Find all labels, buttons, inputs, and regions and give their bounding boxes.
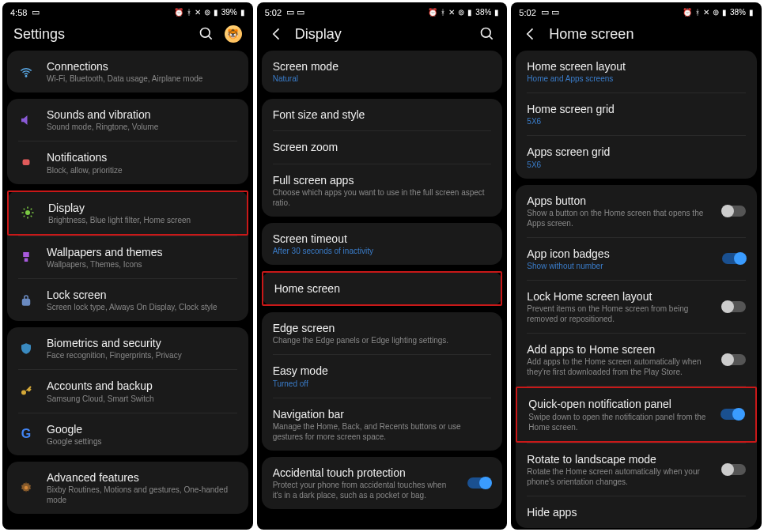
row-title: App icon badges xyxy=(527,247,709,261)
row-sub: Screen lock type, Always On Display, Clo… xyxy=(47,302,237,312)
alarm-icon: ⏰ xyxy=(174,8,183,17)
row-icon-badges[interactable]: App icon badgesShow without number xyxy=(516,238,757,280)
settings-row-connections[interactable]: ConnectionsWi-Fi, Bluetooth, Data usage,… xyxy=(7,51,248,92)
row-apps-grid[interactable]: Apps screen grid5X6 xyxy=(516,136,757,178)
row-rotate-landscape[interactable]: Rotate to landscape modeRotate the Home … xyxy=(516,443,757,496)
wifi-icon: ⊚ xyxy=(713,8,719,17)
bluetooth-icon: ᚼ xyxy=(187,8,191,17)
toggle-accidental-touch[interactable] xyxy=(467,477,491,489)
phone-screen-2: 5:02▭ ▭ ⏰ᚼ✕⊚▮38%▮ Display Screen modeNat… xyxy=(257,2,508,530)
key-icon xyxy=(18,383,34,399)
row-sub: Home and Apps screens xyxy=(527,74,746,84)
settings-row-google[interactable]: G GoogleGoogle settings xyxy=(7,413,248,455)
svg-point-14 xyxy=(21,390,26,394)
row-title: Home screen xyxy=(274,281,490,296)
row-title: Sounds and vibration xyxy=(47,108,237,122)
bluetooth-icon: ᚼ xyxy=(441,8,445,17)
settings-list: ConnectionsWi-Fi, Bluetooth, Data usage,… xyxy=(2,51,253,530)
status-indicators: ⏰ᚼ✕⊚▮38%▮ xyxy=(428,8,499,17)
row-hs-layout[interactable]: Home screen layoutHome and Apps screens xyxy=(516,51,757,92)
row-screen-timeout[interactable]: Screen timeoutAfter 30 seconds of inacti… xyxy=(262,223,503,265)
row-sub: Swipe down to open the notification pane… xyxy=(528,412,708,432)
mute-icon: ✕ xyxy=(195,8,201,17)
row-sub: Samsung Cloud, Smart Switch xyxy=(47,394,237,404)
row-lock-hs-layout[interactable]: Lock Home screen layoutPrevent items on … xyxy=(516,281,757,333)
row-add-apps[interactable]: Add apps to Home screenAdd apps to the H… xyxy=(516,334,757,386)
row-zoom[interactable]: Screen zoom xyxy=(262,131,503,163)
row-home-screen[interactable]: Home screen xyxy=(262,271,503,306)
status-bar: 5:02▭ ▭ ⏰ᚼ✕⊚▮38%▮ xyxy=(257,2,508,19)
row-sub: Manage the Home, Back, and Recents butto… xyxy=(273,421,492,442)
toggle-rotate[interactable] xyxy=(722,464,746,475)
row-title: Screen mode xyxy=(273,59,492,74)
row-font[interactable]: Font size and style xyxy=(262,99,503,130)
row-hide-apps[interactable]: Hide apps xyxy=(516,496,757,528)
svg-line-9 xyxy=(24,209,25,210)
settings-row-sounds[interactable]: Sounds and vibrationSound mode, Ringtone… xyxy=(7,99,248,141)
header: Display xyxy=(257,19,508,51)
svg-point-2 xyxy=(25,75,27,77)
row-navigation-bar[interactable]: Navigation barManage the Home, Back, and… xyxy=(262,398,503,451)
back-icon[interactable] xyxy=(268,25,286,43)
toggle-icon-badges[interactable] xyxy=(722,253,746,264)
row-title: Lock screen xyxy=(47,288,237,302)
row-fullscreen-apps[interactable]: Full screen appsChoose which apps you wa… xyxy=(262,164,503,217)
svg-line-11 xyxy=(24,216,25,217)
row-title: Navigation bar xyxy=(273,407,492,421)
page-title: Display xyxy=(295,26,470,43)
battery-pct: 38% xyxy=(475,8,491,17)
svg-rect-13 xyxy=(23,299,30,305)
battery-pct: 38% xyxy=(730,8,746,17)
settings-row-advanced[interactable]: Advanced featuresBixby Routines, Motions… xyxy=(7,462,248,514)
row-title: Quick-open notification panel xyxy=(528,397,708,411)
row-title: Add apps to Home screen xyxy=(527,342,709,357)
row-title: Biometrics and security xyxy=(47,336,237,350)
search-icon[interactable] xyxy=(478,25,496,43)
row-apps-button[interactable]: Apps buttonShow a button on the Home scr… xyxy=(516,185,757,237)
settings-row-lockscreen[interactable]: Lock screenScreen lock type, Always On D… xyxy=(7,279,248,321)
status-time: 5:02 xyxy=(265,8,282,17)
row-quick-open-notif[interactable]: Quick-open notification panelSwipe down … xyxy=(516,387,757,442)
toggle-quick-open[interactable] xyxy=(721,409,744,420)
status-app-icon: ▭ ▭ xyxy=(541,7,559,17)
row-hs-grid[interactable]: Home screen grid5X6 xyxy=(516,93,757,135)
row-screen-mode[interactable]: Screen modeNatural xyxy=(262,51,503,92)
alarm-icon: ⏰ xyxy=(683,8,692,17)
search-icon[interactable] xyxy=(198,25,215,43)
row-title: Full screen apps xyxy=(273,173,492,187)
toggle-lock-layout[interactable] xyxy=(722,301,746,312)
row-title: Accounts and backup xyxy=(47,379,237,393)
svg-point-4 xyxy=(25,210,30,215)
mute-icon: ✕ xyxy=(703,8,709,17)
gear-icon xyxy=(18,480,34,496)
settings-row-accounts[interactable]: Accounts and backupSamsung Cloud, Smart … xyxy=(7,370,248,412)
row-sub: Wi-Fi, Bluetooth, Data usage, Airplane m… xyxy=(47,74,237,84)
alarm-icon: ⏰ xyxy=(428,8,437,17)
phone-screen-3: 5:02▭ ▭ ⏰ᚼ✕⊚▮38%▮ Home screen Home scree… xyxy=(511,2,762,530)
svg-line-12 xyxy=(31,209,32,210)
row-sub: Rotate the Home screen automatically whe… xyxy=(527,466,709,487)
row-edge-screen[interactable]: Edge screenChange the Edge panels or Edg… xyxy=(262,312,503,354)
shield-icon xyxy=(18,341,34,357)
signal-icon: ▮ xyxy=(722,8,727,17)
toggle-add-apps[interactable] xyxy=(722,354,746,365)
row-title: Font size and style xyxy=(273,108,492,122)
settings-row-display[interactable]: DisplayBrightness, Blue light filter, Ho… xyxy=(7,191,248,236)
battery-icon: ▮ xyxy=(749,8,754,17)
row-sub: Block, allow, prioritize xyxy=(47,165,237,175)
row-sub: 5X6 xyxy=(527,160,746,170)
toggle-apps-button[interactable] xyxy=(722,206,746,217)
status-bar: 4:58 ▭ ⏰ ᚼ ✕ ⊚ ▮ 39% ▮ xyxy=(2,2,253,19)
row-title: Screen zoom xyxy=(273,140,492,154)
settings-row-notifications[interactable]: NotificationsBlock, allow, prioritize xyxy=(7,141,248,183)
back-icon[interactable] xyxy=(522,25,539,43)
wifi-icon: ⊚ xyxy=(458,8,464,17)
phone-screen-1: 4:58 ▭ ⏰ ᚼ ✕ ⊚ ▮ 39% ▮ Settings 🐯 Connec… xyxy=(2,2,253,530)
row-sub: Prevent items on the Home screen from be… xyxy=(527,304,709,324)
settings-row-biometrics[interactable]: Biometrics and securityFace recognition,… xyxy=(7,327,248,369)
svg-line-17 xyxy=(490,36,493,40)
settings-row-wallpapers[interactable]: Wallpapers and themesWallpapers, Themes,… xyxy=(7,236,248,278)
row-easy-mode[interactable]: Easy modeTurned off xyxy=(262,355,503,397)
row-accidental-touch[interactable]: Accidental touch protectionProtect your … xyxy=(262,457,503,509)
profile-avatar[interactable]: 🐯 xyxy=(225,25,242,43)
